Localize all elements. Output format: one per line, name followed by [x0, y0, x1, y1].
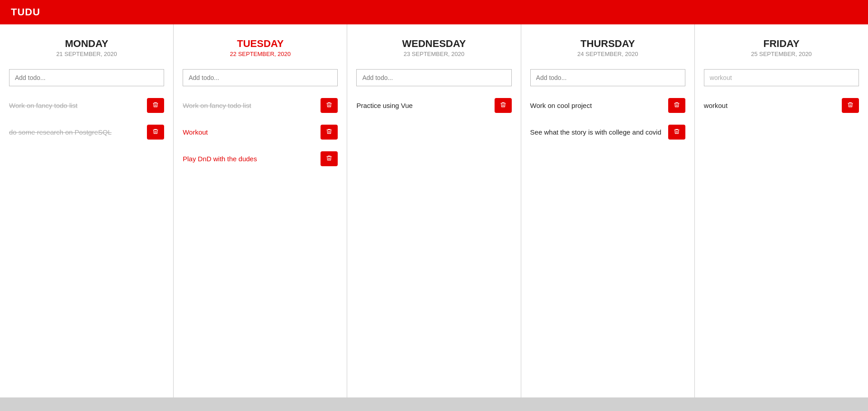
day-name-monday: MONDAY	[9, 38, 164, 50]
day-name-tuesday: TUESDAY	[183, 38, 338, 50]
todo-text-wed-1: Practice using Vue	[356, 101, 489, 110]
todo-text-tue-2: Workout	[183, 127, 315, 137]
todo-text-thu-2: See what the story is with college and c…	[530, 127, 663, 137]
todo-text-tue-3: Play DnD with the dudes	[183, 154, 315, 163]
add-todo-input-tuesday[interactable]	[183, 69, 338, 86]
day-column-friday: FRIDAY25 SEPTEMBER, 2020workout	[695, 24, 868, 397]
day-date-monday: 21 SEPTEMBER, 2020	[9, 51, 164, 57]
todo-item-thu-2: See what the story is with college and c…	[530, 125, 685, 140]
day-column-tuesday: TUESDAY22 SEPTEMBER, 2020Work on fancy t…	[174, 24, 347, 397]
main-content: MONDAY21 SEPTEMBER, 2020Work on fancy to…	[0, 24, 868, 397]
todo-text-thu-1: Work on cool project	[530, 101, 663, 110]
delete-button-tue-3[interactable]	[321, 151, 338, 166]
day-header-wednesday: WEDNESDAY23 SEPTEMBER, 2020	[356, 38, 511, 57]
day-name-wednesday: WEDNESDAY	[356, 38, 511, 50]
delete-button-tue-1[interactable]	[321, 98, 338, 113]
delete-button-fri-1[interactable]	[842, 98, 859, 113]
app-title: TUDU	[11, 6, 40, 18]
delete-button-thu-1[interactable]	[668, 98, 685, 113]
add-todo-input-friday[interactable]	[704, 69, 859, 86]
day-column-thursday: THURSDAY24 SEPTEMBER, 2020Work on cool p…	[521, 24, 695, 397]
delete-button-mon-2[interactable]	[147, 125, 164, 140]
day-column-monday: MONDAY21 SEPTEMBER, 2020Work on fancy to…	[0, 24, 174, 397]
footer	[0, 397, 868, 411]
day-header-friday: FRIDAY25 SEPTEMBER, 2020	[704, 38, 859, 57]
todo-text-mon-1: Work on fancy todo list	[9, 101, 142, 110]
todo-item-wed-1: Practice using Vue	[356, 98, 511, 113]
todo-item-mon-1: Work on fancy todo list	[9, 98, 164, 113]
delete-button-mon-1[interactable]	[147, 98, 164, 113]
delete-button-wed-1[interactable]	[495, 98, 512, 113]
todo-item-tue-2: Workout	[183, 125, 338, 140]
add-todo-input-monday[interactable]	[9, 69, 164, 86]
day-date-tuesday: 22 SEPTEMBER, 2020	[183, 51, 338, 57]
delete-button-thu-2[interactable]	[668, 125, 685, 140]
add-todo-input-wednesday[interactable]	[356, 69, 511, 86]
day-date-thursday: 24 SEPTEMBER, 2020	[530, 51, 685, 57]
day-header-tuesday: TUESDAY22 SEPTEMBER, 2020	[183, 38, 338, 57]
day-header-thursday: THURSDAY24 SEPTEMBER, 2020	[530, 38, 685, 57]
todo-text-mon-2: do some research on PostgreSQL	[9, 127, 142, 137]
todo-item-tue-1: Work on fancy todo list	[183, 98, 338, 113]
day-name-thursday: THURSDAY	[530, 38, 685, 50]
todo-item-mon-2: do some research on PostgreSQL	[9, 125, 164, 140]
todo-item-fri-1: workout	[704, 98, 859, 113]
day-date-wednesday: 23 SEPTEMBER, 2020	[356, 51, 511, 57]
todo-text-tue-1: Work on fancy todo list	[183, 101, 315, 110]
day-date-friday: 25 SEPTEMBER, 2020	[704, 51, 859, 57]
delete-button-tue-2[interactable]	[321, 125, 338, 140]
day-name-friday: FRIDAY	[704, 38, 859, 50]
todo-text-fri-1: workout	[704, 101, 836, 110]
day-column-wednesday: WEDNESDAY23 SEPTEMBER, 2020Practice usin…	[347, 24, 521, 397]
add-todo-input-thursday[interactable]	[530, 69, 685, 86]
app-header: TUDU	[0, 0, 868, 24]
todo-item-thu-1: Work on cool project	[530, 98, 685, 113]
todo-item-tue-3: Play DnD with the dudes	[183, 151, 338, 166]
day-header-monday: MONDAY21 SEPTEMBER, 2020	[9, 38, 164, 57]
